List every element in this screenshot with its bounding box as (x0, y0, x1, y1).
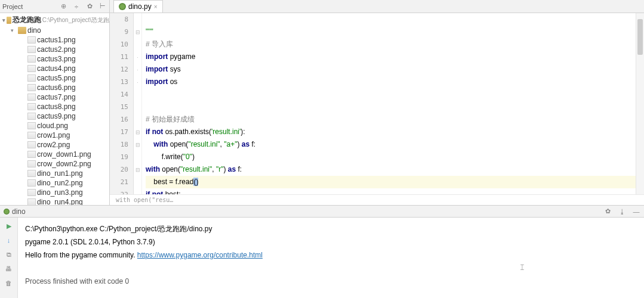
code-content[interactable]: """# 导入库import pygameimport sysimport os… (142, 13, 644, 194)
file-name: cactus7.png (37, 93, 76, 101)
tree-file[interactable]: dino_run1.png (0, 169, 109, 178)
file-icon (27, 198, 36, 205)
root-name: 恐龙跑跑 (13, 15, 41, 25)
tree-file[interactable]: cactus7.png (0, 92, 109, 102)
editor-breadcrumb[interactable]: with open("resu… (110, 194, 644, 205)
tree-file[interactable]: dino_run4.png (0, 197, 109, 205)
code-line[interactable]: import sys (146, 63, 644, 76)
tree-file[interactable]: dino_run3.png (0, 188, 109, 197)
project-root[interactable]: ▾ 恐龙跑跑 C:\Python_project\恐龙跑 (0, 14, 109, 26)
tree-file[interactable]: crow1.png (0, 131, 109, 140)
folder-name: dino (27, 26, 41, 35)
code-line[interactable]: with open("result.ini", "a+") as f: (146, 138, 644, 151)
hide-icon[interactable]: — (632, 207, 640, 216)
tree-file[interactable]: cactus3.png (0, 54, 109, 64)
divide-icon[interactable]: ÷ (72, 2, 81, 11)
code-line[interactable]: import pygame (146, 51, 644, 63)
file-icon (27, 122, 36, 129)
file-name: cactus8.png (37, 103, 76, 111)
file-icon (27, 160, 36, 167)
tree-file[interactable]: cactus6.png (0, 83, 109, 92)
file-name: crow_down2.png (37, 160, 91, 168)
tree-file[interactable]: cactus2.png (0, 45, 109, 54)
gear-icon[interactable]: ✿ (603, 207, 612, 216)
tree-file[interactable]: cactus9.png (0, 111, 109, 121)
trash-icon[interactable]: 🗑 (4, 278, 14, 288)
file-icon (27, 103, 36, 110)
project-title: Project (2, 3, 23, 10)
code-line[interactable]: """ (146, 26, 644, 38)
code-line[interactable] (146, 88, 644, 101)
editor-tab-bar: dino.py × (110, 0, 644, 13)
console-tab-label[interactable]: dino (12, 207, 26, 216)
file-icon (27, 113, 36, 120)
tree-file[interactable]: cactus8.png (0, 102, 109, 111)
console-line: Hello from the pygame community. https:/… (25, 249, 637, 262)
file-icon (27, 65, 36, 72)
file-name: crow2.png (37, 141, 70, 149)
python-file-icon (4, 209, 10, 215)
file-icon (27, 132, 36, 139)
tree-file[interactable]: crow_down1.png (0, 150, 109, 159)
console-link[interactable]: https://www.pygame.org/contribute.html (137, 251, 263, 259)
file-icon (27, 46, 36, 53)
file-icon (27, 179, 36, 187)
line-gutter: 8910111213141516171819202122 (110, 13, 134, 194)
folder-icon (7, 17, 11, 24)
code-line[interactable] (146, 13, 644, 26)
scroll-down-icon[interactable]: ↓ (4, 235, 14, 245)
code-line[interactable] (146, 101, 644, 113)
console-line (25, 262, 637, 275)
text-cursor-icon: 𝙸 (519, 260, 520, 270)
file-name: cactus2.png (37, 45, 76, 54)
editor-tab[interactable]: dino.py × (113, 0, 163, 13)
file-icon (27, 141, 36, 148)
tree-file[interactable]: crow2.png (0, 140, 109, 150)
code-line[interactable]: best = f.read() (146, 176, 644, 188)
file-icon (27, 94, 36, 101)
hide-icon[interactable]: ⊢ (98, 2, 107, 11)
project-tree[interactable]: ▾ 恐龙跑跑 C:\Python_project\恐龙跑 ▾ dino cact… (0, 13, 109, 205)
code-line[interactable]: # 初始最好成绩 (146, 113, 644, 126)
tree-file[interactable]: cactus5.png (0, 73, 109, 83)
file-name: cactus9.png (37, 112, 76, 120)
file-name: cactus6.png (37, 83, 76, 92)
tree-file[interactable]: cactus4.png (0, 64, 109, 73)
print-icon[interactable]: 🖶 (4, 264, 14, 274)
code-editor[interactable]: 8910111213141516171819202122 ⊟···⊟⊟⊟ """… (110, 13, 644, 194)
file-icon (27, 170, 36, 177)
file-icon (27, 189, 36, 196)
file-icon (27, 74, 36, 82)
collapse-icon[interactable]: ⊕ (59, 2, 67, 11)
code-line[interactable]: if not best: (146, 188, 644, 194)
console-exit-line: Process finished with exit code 0 (25, 275, 637, 288)
file-name: crow_down1.png (37, 150, 91, 159)
wrap-icon[interactable]: ⧉ (4, 250, 14, 259)
code-line[interactable]: import os (146, 76, 644, 88)
rerun-icon[interactable]: ▶ (4, 221, 14, 231)
file-name: cactus5.png (37, 74, 76, 82)
gear-icon[interactable]: ✿ (85, 2, 94, 11)
download-icon[interactable]: ⭳ (618, 207, 626, 216)
file-name: dino_run2.png (37, 179, 83, 187)
code-line[interactable]: # 导入库 (146, 38, 644, 51)
project-panel: Project ⊕ ÷ ✿ ⊢ ▾ 恐龙跑跑 C:\Python_project… (0, 0, 110, 205)
file-icon (27, 36, 36, 44)
run-console: dino ✿ ⭳ — ▶ ↓ ⧉ 🖶 🗑 C:\Python3\python.e… (0, 206, 644, 298)
code-line[interactable]: f.write("0") (146, 151, 644, 163)
fold-column[interactable]: ⊟···⊟⊟⊟ (134, 13, 142, 194)
file-name: crow1.png (37, 131, 70, 139)
code-line[interactable]: if not os.path.exists('result.ini'): (146, 126, 644, 138)
console-output[interactable]: C:\Python3\python.exe C:/Python_project/… (18, 218, 644, 298)
console-line: C:\Python3\python.exe C:/Python_project/… (25, 222, 637, 235)
tree-file[interactable]: cactus1.png (0, 35, 109, 45)
editor-scrollbar[interactable] (636, 13, 644, 194)
tree-folder[interactable]: ▾ dino (0, 26, 109, 35)
file-name: cloud.png (37, 122, 68, 130)
close-icon[interactable]: × (154, 4, 158, 10)
tree-file[interactable]: dino_run2.png (0, 178, 109, 188)
tree-file[interactable]: cloud.png (0, 121, 109, 131)
tree-file[interactable]: crow_down2.png (0, 159, 109, 169)
console-header: dino ✿ ⭳ — (0, 206, 644, 218)
code-line[interactable]: with open("result.ini", "r") as f: (146, 163, 644, 176)
